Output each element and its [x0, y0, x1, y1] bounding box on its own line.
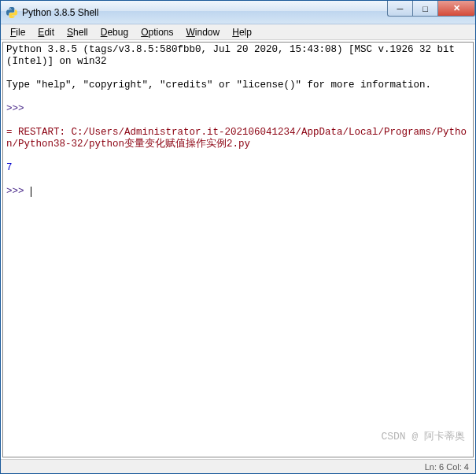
prompt: >>> — [6, 103, 30, 114]
menubar: File Edit Shell Debug Options Window Hel… — [1, 24, 475, 40]
menu-window[interactable]: Window — [180, 25, 227, 39]
titlebar[interactable]: Python 3.8.5 Shell ─ □ ✕ — [1, 1, 475, 24]
banner-line-2: Type "help", "copyright", "credits" or "… — [6, 80, 470, 91]
text-cursor — [31, 187, 31, 197]
menu-debug[interactable]: Debug — [94, 25, 135, 39]
menu-options[interactable]: Options — [135, 25, 179, 39]
restart-line: = RESTART: C:/Users/Administrator.it-202… — [6, 127, 470, 150]
watermark: CSDN @ 阿卡蒂奥 — [381, 431, 465, 443]
statusbar: Ln: 6 Col: 4 — [1, 459, 475, 473]
minimize-button[interactable]: ─ — [387, 1, 412, 17]
window-controls: ─ □ ✕ — [387, 1, 475, 17]
output-line: 7 — [6, 162, 470, 174]
menu-shell[interactable]: Shell — [61, 25, 94, 39]
status-position: Ln: 6 Col: 4 — [425, 462, 469, 472]
window-title: Python 3.8.5 Shell — [22, 7, 98, 18]
prompt: >>> — [6, 186, 30, 197]
menu-file[interactable]: File — [4, 25, 31, 39]
menu-edit[interactable]: Edit — [31, 25, 61, 39]
shell-content[interactable]: Python 3.8.5 (tags/v3.8.5:580fbb0, Jul 2… — [2, 42, 474, 457]
python-icon — [6, 6, 18, 19]
banner-line-1: Python 3.8.5 (tags/v3.8.5:580fbb0, Jul 2… — [6, 44, 470, 68]
window-frame: Python 3.8.5 Shell ─ □ ✕ File Edit Shell… — [0, 0, 476, 474]
close-button[interactable]: ✕ — [437, 1, 475, 17]
menu-help[interactable]: Help — [226, 25, 258, 39]
maximize-button[interactable]: □ — [412, 1, 437, 17]
